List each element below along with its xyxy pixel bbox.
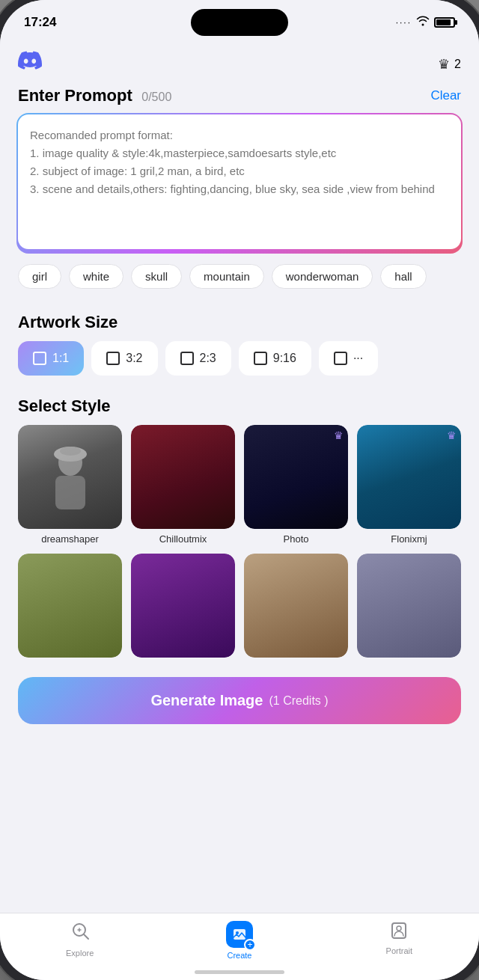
style-img-r2-1 (18, 554, 122, 658)
tag-girl[interactable]: girl (18, 264, 61, 289)
prompt-title-group: Enter Promopt 0/500 (18, 86, 171, 105)
svg-point-11 (397, 926, 401, 931)
style-label-flonixmj: Flonixmj (391, 533, 427, 545)
top-nav: ♛ 2 (0, 45, 479, 86)
tag-skull[interactable]: skull (131, 264, 182, 289)
portrait-label: Portrait (386, 946, 412, 955)
size-label-more: ··· (353, 352, 363, 365)
credits-badge: (1 Credits ) (269, 694, 328, 708)
size-icon-2-3 (180, 352, 194, 365)
tag-hall[interactable]: hall (380, 264, 426, 289)
style-r2-4[interactable] (357, 554, 461, 662)
artwork-section: Artwork Size 1:1 3:2 2:3 9:16 (18, 313, 461, 376)
battery-icon (434, 17, 455, 28)
size-icon-more (334, 352, 347, 365)
nav-explore[interactable]: Explore (0, 921, 159, 958)
style-label-dreamshaper: dreamshaper (41, 533, 99, 545)
size-more[interactable]: ··· (319, 341, 378, 376)
discord-icon (18, 51, 42, 77)
generate-button[interactable]: Generate Image (1 Credits ) (18, 677, 461, 724)
nav-create[interactable]: + Create (159, 921, 319, 960)
size-label-1-1: 1:1 (52, 352, 69, 365)
styles-grid-row1: dreamshaper Chilloutmix ♛ Photo (18, 425, 461, 545)
main-content: Enter Promopt 0/500 Clear girl white sku… (0, 86, 479, 913)
style-photo[interactable]: ♛ Photo (244, 425, 348, 545)
style-img-chilloutmix (131, 425, 235, 529)
crown-flonixmj-icon: ♛ (447, 429, 457, 441)
generate-label: Generate Image (150, 692, 263, 709)
prompt-wrapper (18, 114, 461, 252)
nav-portrait[interactable]: Portrait (320, 921, 479, 955)
style-label-chilloutmix: Chilloutmix (159, 533, 207, 545)
style-img-r2-4 (357, 554, 461, 658)
crown-credits: ♛ 2 (438, 56, 461, 73)
sizes-row: 1:1 3:2 2:3 9:16 ··· (18, 341, 461, 376)
create-icon: + (226, 921, 253, 948)
status-icons: ···· (396, 16, 455, 29)
size-icon-1-1 (33, 352, 46, 365)
bottom-nav: Explore + Create Portrait (0, 913, 479, 980)
create-label: Create (227, 951, 251, 960)
size-icon-3-2 (106, 352, 120, 365)
wifi-icon (416, 16, 430, 29)
style-img-r2-2 (131, 554, 235, 658)
artwork-header: Artwork Size (18, 313, 461, 332)
portrait-icon (389, 921, 409, 943)
style-dreamshaper[interactable]: dreamshaper (18, 425, 122, 545)
style-r2-1[interactable] (18, 554, 122, 662)
svg-rect-1 (55, 476, 85, 509)
style-img-flonixmj: ♛ (357, 425, 461, 529)
size-label-9-16: 9:16 (273, 352, 296, 365)
size-icon-9-16 (254, 352, 267, 365)
prompt-title: Enter Promopt (18, 86, 132, 105)
prompt-input[interactable] (18, 114, 461, 249)
style-label-photo: Photo (284, 533, 309, 545)
explore-label: Explore (66, 949, 94, 958)
tag-wonderwoman[interactable]: wonderwoman (272, 264, 373, 289)
prompt-header: Enter Promopt 0/500 Clear (18, 86, 461, 105)
size-9-16[interactable]: 9:16 (239, 341, 311, 376)
artwork-title: Artwork Size (18, 313, 118, 332)
explore-icon (70, 921, 90, 946)
prompt-counter: 0/500 (141, 91, 171, 103)
tag-white[interactable]: white (69, 264, 123, 289)
crown-photo-icon: ♛ (334, 429, 344, 441)
style-header: Select Style (18, 396, 461, 416)
signal-icon: ···· (396, 17, 412, 28)
style-img-photo: ♛ (244, 425, 348, 529)
size-label-2-3: 2:3 (200, 352, 216, 365)
size-2-3[interactable]: 2:3 (165, 341, 231, 376)
style-title: Select Style (18, 396, 111, 416)
style-r2-2[interactable] (131, 554, 235, 662)
crown-icon: ♛ (438, 56, 450, 73)
svg-line-5 (84, 934, 88, 939)
credits-count: 2 (454, 58, 461, 71)
home-indicator (195, 970, 284, 974)
style-section: Select Style (18, 396, 461, 724)
size-1-1[interactable]: 1:1 (18, 341, 84, 376)
size-label-3-2: 3:2 (126, 352, 142, 365)
style-chilloutmix[interactable]: Chilloutmix (131, 425, 235, 545)
dynamic-island (191, 9, 288, 36)
tag-mountain[interactable]: mountain (189, 264, 264, 289)
svg-point-3 (60, 447, 81, 456)
phone-frame: 17:24 ···· ♛ 2 (0, 0, 479, 980)
styles-grid-row2 (18, 554, 461, 662)
status-bar: 17:24 ···· (0, 0, 479, 45)
style-r2-3[interactable] (244, 554, 348, 662)
create-plus-icon: + (244, 939, 256, 951)
style-img-r2-3 (244, 554, 348, 658)
style-img-dreamshaper (18, 425, 122, 529)
status-time: 17:24 (24, 15, 56, 30)
tags-row: girl white skull mountain wonderwoman ha… (18, 264, 461, 292)
clear-button[interactable]: Clear (430, 88, 461, 103)
style-flonixmj[interactable]: ♛ Flonixmj (357, 425, 461, 545)
size-3-2[interactable]: 3:2 (91, 341, 157, 376)
